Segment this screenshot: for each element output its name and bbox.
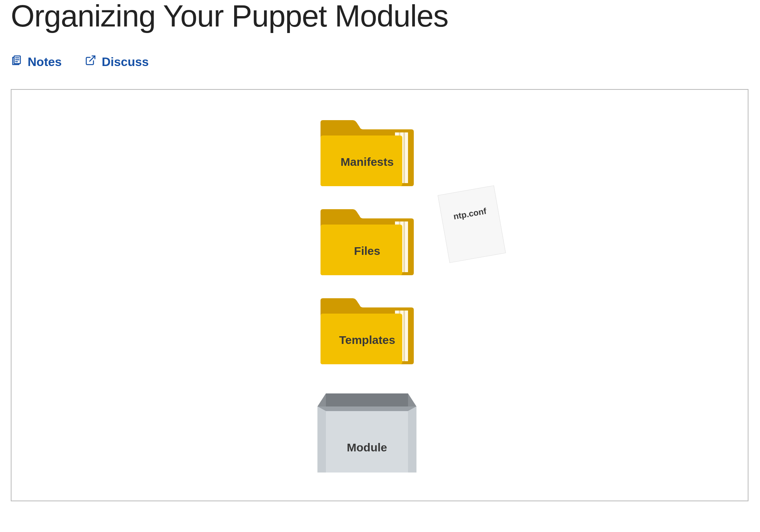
discuss-label: Discuss bbox=[102, 55, 149, 69]
module-label: Module bbox=[317, 441, 417, 454]
svg-marker-18 bbox=[317, 406, 326, 473]
folder-manifests: Manifests bbox=[318, 119, 416, 188]
external-link-icon bbox=[85, 55, 96, 69]
folder-label: Templates bbox=[318, 334, 416, 347]
svg-rect-16 bbox=[317, 406, 416, 473]
file-ntp-conf: ntp.conf bbox=[435, 183, 509, 266]
folder-files: Files bbox=[318, 208, 416, 277]
svg-marker-17 bbox=[317, 406, 416, 411]
notes-icon bbox=[11, 55, 22, 69]
discuss-button[interactable]: Discuss bbox=[85, 55, 149, 69]
folder-templates: Templates bbox=[318, 297, 416, 366]
svg-marker-19 bbox=[408, 406, 416, 473]
module-diagram: Manifests Files bbox=[245, 111, 514, 479]
svg-line-4 bbox=[89, 56, 95, 61]
svg-rect-20 bbox=[438, 186, 506, 263]
folder-label: Manifests bbox=[318, 155, 416, 169]
action-bar: Notes Discuss bbox=[11, 55, 749, 69]
page-title: Organizing Your Puppet Modules bbox=[11, 0, 749, 34]
module-box: Module bbox=[317, 392, 417, 473]
notes-button[interactable]: Notes bbox=[11, 55, 62, 69]
video-frame[interactable]: Manifests Files bbox=[11, 89, 748, 501]
folder-label: Files bbox=[318, 245, 416, 258]
svg-marker-15 bbox=[326, 393, 408, 407]
notes-label: Notes bbox=[28, 55, 62, 69]
